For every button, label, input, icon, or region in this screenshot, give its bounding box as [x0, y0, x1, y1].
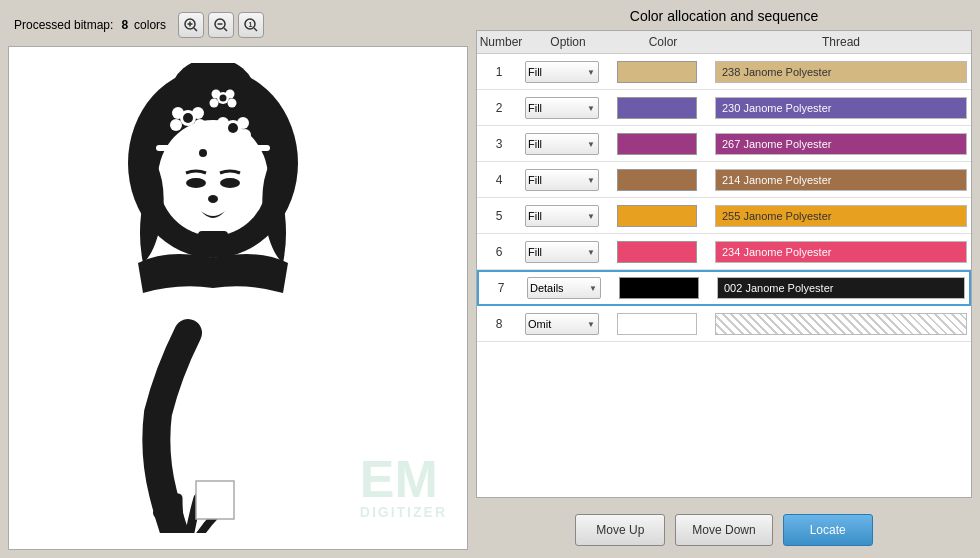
row-option[interactable]: FillDetailsOmitRun — [521, 313, 611, 335]
option-select-wrapper[interactable]: FillDetailsOmitRun — [525, 205, 599, 227]
color-swatch — [617, 97, 697, 119]
option-select[interactable]: FillDetailsOmitRun — [525, 313, 599, 335]
thread-label: 255 Janome Polyester — [715, 205, 967, 227]
option-select[interactable]: FillDetailsOmitRun — [525, 61, 599, 83]
thread-label: 230 Janome Polyester — [715, 97, 967, 119]
svg-point-35 — [210, 99, 219, 108]
svg-point-40 — [208, 195, 218, 203]
row-thread: 234 Janome Polyester — [711, 241, 971, 263]
option-select-wrapper[interactable]: FillDetailsOmitRun — [525, 97, 599, 119]
row-number: 8 — [477, 317, 521, 331]
row-thread — [711, 313, 971, 335]
col-header-color: Color — [613, 35, 713, 49]
svg-point-22 — [237, 117, 249, 129]
option-select[interactable]: FillDetailsOmitRun — [525, 97, 599, 119]
table-body: 1 FillDetailsOmitRun 238 Janome Polyeste… — [477, 54, 971, 342]
svg-text:1: 1 — [249, 21, 253, 28]
row-option[interactable]: FillDetailsOmitRun — [523, 277, 613, 299]
svg-rect-43 — [196, 481, 234, 519]
row-color — [611, 97, 711, 119]
svg-point-37 — [220, 95, 227, 102]
row-option[interactable]: FillDetailsOmitRun — [521, 205, 611, 227]
row-color — [611, 313, 711, 335]
move-down-button[interactable]: Move Down — [675, 514, 772, 546]
table-row[interactable]: 4 FillDetailsOmitRun 214 Janome Polyeste… — [477, 162, 971, 198]
svg-point-12 — [158, 120, 268, 236]
svg-point-29 — [187, 154, 197, 164]
zoom-fit-button[interactable]: 1 — [238, 12, 264, 38]
zoom-out-icon — [213, 17, 229, 33]
row-option[interactable]: FillDetailsOmitRun — [521, 97, 611, 119]
hatch-swatch — [715, 313, 967, 335]
table-header: Number Option Color Thread — [477, 31, 971, 54]
svg-line-3 — [194, 28, 197, 31]
option-select[interactable]: FillDetailsOmitRun — [527, 277, 601, 299]
row-number: 6 — [477, 245, 521, 259]
row-thread: 230 Janome Polyester — [711, 97, 971, 119]
table-row[interactable]: 7 FillDetailsOmitRun 002 Janome Polyeste… — [477, 270, 971, 306]
row-option[interactable]: FillDetailsOmitRun — [521, 133, 611, 155]
svg-rect-41 — [198, 231, 228, 256]
zoom-in-icon — [183, 17, 199, 33]
thread-label: 238 Janome Polyester — [715, 61, 967, 83]
option-select[interactable]: FillDetailsOmitRun — [525, 205, 599, 227]
svg-point-19 — [183, 113, 193, 123]
row-thread: 255 Janome Polyester — [711, 205, 971, 227]
color-swatch — [617, 133, 697, 155]
row-thread: 267 Janome Polyester — [711, 133, 971, 155]
row-color — [611, 169, 711, 191]
row-number: 3 — [477, 137, 521, 151]
row-option[interactable]: FillDetailsOmitRun — [521, 241, 611, 263]
color-swatch — [617, 313, 697, 335]
table-row[interactable]: 6 FillDetailsOmitRun 234 Janome Polyeste… — [477, 234, 971, 270]
svg-point-15 — [172, 107, 184, 119]
table-row[interactable]: 8 FillDetailsOmitRun — [477, 306, 971, 342]
row-thread: 002 Janome Polyester — [713, 277, 969, 299]
option-select-wrapper[interactable]: FillDetailsOmitRun — [525, 133, 599, 155]
svg-point-18 — [194, 119, 206, 131]
row-color — [611, 205, 711, 227]
svg-point-28 — [207, 144, 217, 154]
option-select-wrapper[interactable]: FillDetailsOmitRun — [527, 277, 601, 299]
panel-title: Color allocation and sequence — [476, 8, 972, 24]
option-select-wrapper[interactable]: FillDetailsOmitRun — [525, 61, 599, 83]
svg-point-36 — [228, 99, 237, 108]
row-option[interactable]: FillDetailsOmitRun — [521, 169, 611, 191]
svg-point-31 — [199, 149, 207, 157]
svg-point-33 — [212, 90, 221, 99]
move-up-button[interactable]: Move Up — [575, 514, 665, 546]
zoom-out-button[interactable] — [208, 12, 234, 38]
svg-point-21 — [217, 117, 229, 129]
svg-point-23 — [215, 129, 227, 141]
col-header-thread: Thread — [713, 35, 969, 49]
thread-label: 214 Janome Polyester — [715, 169, 967, 191]
col-header-number: Number — [479, 35, 523, 49]
option-select[interactable]: FillDetailsOmitRun — [525, 169, 599, 191]
svg-point-30 — [209, 154, 219, 164]
option-select-wrapper[interactable]: FillDetailsOmitRun — [525, 169, 599, 191]
option-select[interactable]: FillDetailsOmitRun — [525, 241, 599, 263]
left-panel: Processed bitmap: 8 colors — [8, 8, 468, 550]
table-row[interactable]: 3 FillDetailsOmitRun 267 Janome Polyeste… — [477, 126, 971, 162]
svg-point-27 — [189, 144, 199, 154]
table-row[interactable]: 5 FillDetailsOmitRun 255 Janome Polyeste… — [477, 198, 971, 234]
processed-bitmap-label: Processed bitmap: — [14, 18, 113, 32]
option-select-wrapper[interactable]: FillDetailsOmitRun — [525, 241, 599, 263]
table-row[interactable]: 2 FillDetailsOmitRun 230 Janome Polyeste… — [477, 90, 971, 126]
color-swatch — [617, 61, 697, 83]
row-option[interactable]: FillDetailsOmitRun — [521, 61, 611, 83]
svg-line-6 — [224, 28, 227, 31]
row-color — [613, 277, 713, 299]
col-header-option: Option — [523, 35, 613, 49]
main-container: Processed bitmap: 8 colors — [0, 0, 980, 558]
bottom-buttons: Move Up Move Down Locate — [476, 506, 972, 550]
color-count: 8 — [121, 18, 128, 32]
row-color — [611, 61, 711, 83]
option-select[interactable]: FillDetailsOmitRun — [525, 133, 599, 155]
color-swatch — [617, 241, 697, 263]
zoom-in-button[interactable] — [178, 12, 204, 38]
locate-button[interactable]: Locate — [783, 514, 873, 546]
right-panel: Color allocation and sequence Number Opt… — [476, 8, 972, 550]
option-select-wrapper[interactable]: FillDetailsOmitRun — [525, 313, 599, 335]
table-row[interactable]: 1 FillDetailsOmitRun 238 Janome Polyeste… — [477, 54, 971, 90]
